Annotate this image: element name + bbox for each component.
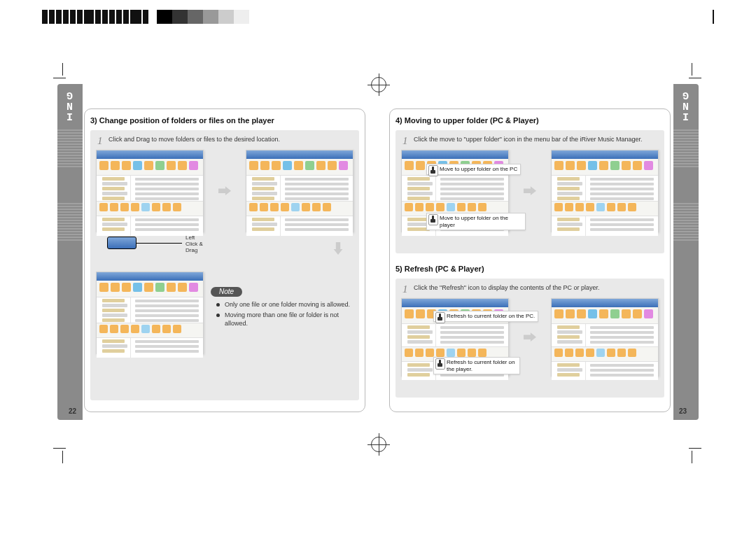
step-number-icon: 1 bbox=[97, 134, 103, 148]
page-number-left: 22 bbox=[69, 407, 76, 415]
step-text: 1 Click and Drag to move folders or file… bbox=[96, 136, 354, 144]
arrow-right-icon bbox=[524, 332, 536, 343]
side-tab-right: ING bbox=[673, 84, 699, 420]
callout-refresh-player: Refresh to current folder on the player. bbox=[433, 357, 520, 374]
app-screenshot bbox=[551, 298, 659, 377]
grayscale-wedge bbox=[157, 10, 249, 24]
pointer-icon bbox=[435, 358, 445, 370]
section-heading: 3) Change position of folders or files o… bbox=[85, 109, 365, 126]
section-heading: 5) Refresh (PC & Player) bbox=[390, 258, 670, 274]
crop-mark bbox=[692, 66, 704, 78]
step-number-icon: 1 bbox=[402, 283, 408, 297]
crop-mark bbox=[50, 66, 63, 78]
app-screenshot bbox=[551, 150, 659, 232]
pointer-icon bbox=[428, 214, 438, 225]
print-registration-bar bbox=[42, 7, 714, 27]
arrow-down-icon bbox=[332, 242, 344, 255]
pointer-icon bbox=[435, 312, 445, 323]
manual-page-left: 3) Change position of folders or files o… bbox=[84, 108, 365, 412]
callout-move-upper-pc: Move to upper folder on the PC bbox=[426, 164, 521, 175]
note-item: Only one file or one folder moving is al… bbox=[219, 301, 354, 309]
page-number-right: 23 bbox=[679, 407, 687, 415]
app-screenshot bbox=[96, 150, 204, 232]
registration-mark-icon bbox=[371, 437, 386, 452]
instruction-panel: 1 Click the "Refresh" icon to display th… bbox=[396, 279, 664, 398]
arrow-right-icon bbox=[524, 185, 536, 197]
note-block: Note Only one file or one folder moving … bbox=[211, 272, 354, 354]
instruction-panel: 1 Click and Drag to move folders or file… bbox=[90, 130, 359, 400]
note-badge: Note bbox=[211, 287, 242, 297]
note-item: Moving more than one file or folder is n… bbox=[219, 311, 354, 328]
section-heading: 4) Moving to upper folder (PC & Player) bbox=[390, 109, 670, 126]
arrow-right-icon bbox=[218, 185, 231, 197]
app-screenshot bbox=[246, 150, 354, 232]
crop-tick bbox=[713, 10, 714, 24]
crop-mark bbox=[50, 448, 63, 461]
callout-refresh-pc: Refresh to current folder on the PC. bbox=[433, 311, 538, 322]
instruction-panel: 1 Click the move to "upper folder" icon … bbox=[396, 130, 664, 253]
app-screenshot bbox=[96, 272, 204, 354]
pointer-icon bbox=[428, 165, 438, 176]
side-tab-left: ING bbox=[57, 84, 83, 420]
step-text: 1 Click the move to "upper folder" icon … bbox=[401, 136, 659, 144]
registration-mark-icon bbox=[371, 77, 386, 92]
manual-page-right: 4) Moving to upper folder (PC & Player) … bbox=[389, 108, 671, 412]
crop-mark bbox=[692, 448, 704, 461]
step-number-icon: 1 bbox=[402, 134, 408, 148]
step-text: 1 Click the "Refresh" icon to display th… bbox=[401, 284, 659, 293]
barcode-marks bbox=[42, 10, 148, 24]
callout-move-upper-player: Move to upper folder on the player bbox=[426, 213, 526, 230]
